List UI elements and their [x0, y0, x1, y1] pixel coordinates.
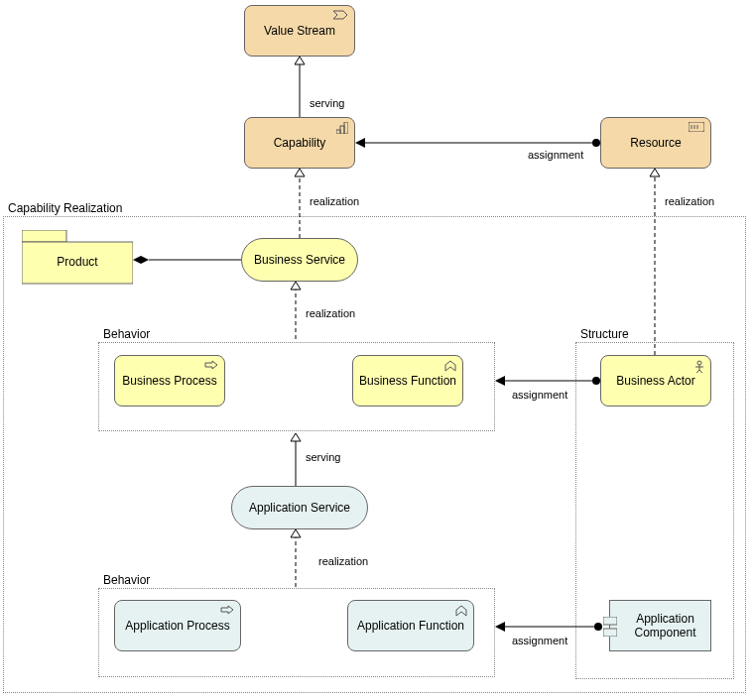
actor-icon: [694, 360, 704, 374]
resource-icon: [689, 122, 704, 132]
svg-rect-14: [603, 617, 617, 625]
node-capability[interactable]: Capability: [244, 117, 355, 169]
node-application-function[interactable]: Application Function: [347, 600, 474, 651]
node-business-process-label: Business Process: [122, 374, 216, 388]
svg-rect-2: [344, 122, 348, 134]
value-stream-icon: [332, 10, 348, 20]
node-business-process[interactable]: Business Process: [114, 355, 225, 407]
label-realization-4: realization: [665, 195, 714, 207]
node-capability-label: Capability: [274, 136, 326, 150]
node-business-service-label: Business Service: [254, 253, 345, 267]
node-application-service-label: Application Service: [249, 501, 350, 515]
label-assignment-3: assignment: [512, 635, 567, 646]
node-business-actor[interactable]: Business Actor: [600, 355, 711, 407]
node-application-service[interactable]: Application Service: [231, 486, 368, 529]
node-application-component[interactable]: Application Component: [609, 600, 711, 651]
svg-rect-15: [603, 629, 617, 637]
node-business-service[interactable]: Business Service: [241, 238, 358, 282]
svg-rect-3: [689, 122, 704, 132]
component-icon: [603, 617, 617, 637]
process-arrow-icon: [220, 605, 234, 615]
node-business-actor-label: Business Actor: [616, 374, 694, 388]
node-application-process[interactable]: Application Process: [114, 600, 241, 651]
node-value-stream-label: Value Stream: [264, 24, 335, 38]
function-icon: [444, 360, 456, 372]
edge-assignment-1: [355, 139, 600, 149]
label-serving-2: serving: [306, 451, 340, 463]
node-application-function-label: Application Function: [357, 619, 464, 633]
svg-point-18: [592, 139, 600, 147]
svg-line-12: [696, 370, 699, 373]
svg-rect-7: [22, 230, 66, 242]
node-value-stream[interactable]: Value Stream: [244, 5, 355, 57]
node-product-label: Product: [57, 255, 98, 269]
process-arrow-icon: [204, 360, 218, 370]
label-realization-3: realization: [318, 555, 368, 567]
node-business-function-label: Business Function: [359, 374, 456, 388]
group-label-behavior-2: Behavior: [101, 573, 152, 587]
node-application-process-label: Application Process: [125, 619, 229, 633]
function-icon: [455, 605, 467, 617]
node-product[interactable]: Product: [22, 230, 133, 288]
svg-point-9: [697, 361, 701, 365]
label-realization-2: realization: [306, 307, 355, 319]
capability-icon: [336, 122, 348, 134]
node-application-component-label: Application Component: [620, 612, 710, 640]
edge-serving-1: [300, 57, 310, 117]
label-assignment-2: assignment: [512, 389, 567, 401]
svg-rect-1: [340, 126, 344, 134]
label-assignment-1: assignment: [528, 149, 583, 161]
group-label-capability-realization: Capability Realization: [6, 201, 124, 215]
node-resource-label: Resource: [630, 136, 681, 150]
group-label-structure: Structure: [578, 327, 631, 341]
label-serving-1: serving: [310, 97, 344, 109]
node-business-function[interactable]: Business Function: [352, 355, 463, 407]
svg-rect-0: [336, 130, 340, 134]
label-realization-1: realization: [310, 195, 359, 207]
node-resource[interactable]: Resource: [600, 117, 711, 169]
group-label-behavior-1: Behavior: [101, 327, 152, 341]
svg-line-13: [699, 370, 702, 373]
